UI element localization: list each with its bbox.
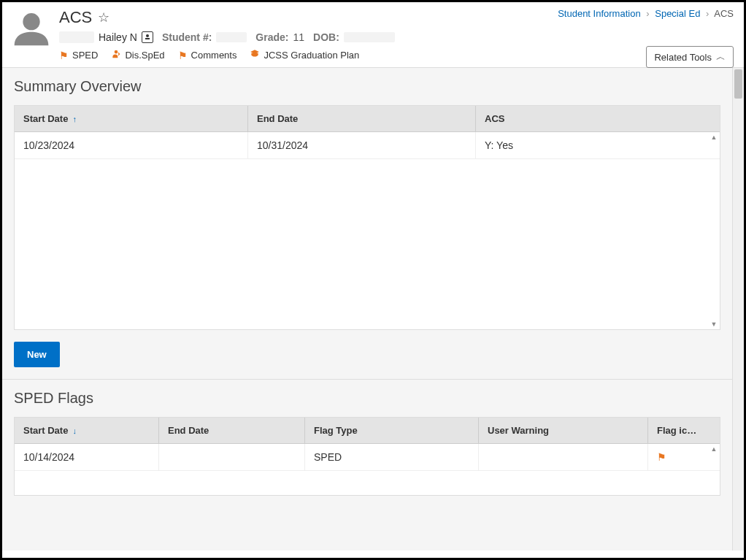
- main-scrollbar[interactable]: [732, 68, 744, 551]
- breadcrumb: Student Information › Special Ed › ACS: [558, 8, 734, 19]
- breadcrumb-current: ACS: [714, 8, 734, 19]
- svg-point-1: [146, 34, 149, 37]
- sort-descending-icon: ↓: [72, 426, 77, 435]
- table-row[interactable]: 10/23/2024 10/31/2024 Y: Yes: [15, 132, 720, 159]
- new-button[interactable]: New: [14, 342, 60, 367]
- scroll-down-icon[interactable]: ▼: [710, 321, 718, 328]
- col-end-date[interactable]: End Date: [159, 418, 305, 443]
- content-area: Summary Overview Start Date ↑ End Date A…: [2, 68, 744, 551]
- cell-acs: Y: Yes: [476, 132, 720, 158]
- col-flag-type-label: Flag Type: [314, 425, 358, 436]
- student-name: Hailey N: [99, 31, 137, 43]
- chevron-up-icon: ︿: [716, 50, 726, 64]
- cell-end-date: 10/31/2024: [248, 132, 476, 158]
- related-tools-label: Related Tools: [654, 52, 712, 63]
- svg-rect-2: [145, 38, 150, 39]
- flag-dis-sped[interactable]: Dis.SpEd: [111, 49, 164, 61]
- favorite-star-icon[interactable]: ☆: [98, 9, 109, 26]
- col-start-date[interactable]: Start Date ↓: [15, 418, 159, 443]
- col-user-warning-label: User Warning: [488, 425, 549, 436]
- table-row[interactable]: 10/14/2024 SPED ⚑: [15, 444, 720, 471]
- flag-grad-plan-label: JCSS Graduation Plan: [264, 50, 359, 61]
- cell-end-date: [159, 444, 305, 470]
- col-flag-icon-label: Flag ic…: [657, 425, 696, 436]
- related-tools-button[interactable]: Related Tools ︿: [646, 46, 734, 68]
- summary-overview-header: Summary Overview: [2, 68, 732, 105]
- flag-comments[interactable]: ⚑ Comments: [178, 50, 237, 61]
- summary-table-header: Start Date ↑ End Date ACS: [15, 106, 720, 132]
- chevron-right-icon: ›: [646, 8, 649, 19]
- sped-table-header: Start Date ↓ End Date Flag Type User War…: [15, 418, 720, 444]
- col-start-date-label: Start Date: [23, 113, 68, 124]
- grade-value: 11: [293, 31, 304, 43]
- flag-sped[interactable]: ⚑ SPED: [59, 50, 98, 61]
- flag-dis-sped-label: Dis.SpEd: [125, 50, 164, 61]
- avatar: [11, 8, 52, 49]
- page-title: ACS: [59, 8, 92, 27]
- id-card-icon[interactable]: [142, 31, 153, 43]
- dob-redacted: [344, 32, 395, 42]
- svg-point-3: [115, 50, 118, 54]
- page-header: ACS ☆ Hailey N Student #: Grade: 11 DOB:…: [2, 2, 744, 67]
- dob-label: DOB:: [313, 31, 339, 43]
- sped-flags-header: SPED Flags: [2, 380, 732, 417]
- col-flag-type[interactable]: Flag Type: [305, 418, 479, 443]
- sped-flags-table: Start Date ↓ End Date Flag Type User War…: [14, 417, 720, 496]
- col-acs[interactable]: ACS: [476, 106, 720, 131]
- svg-point-0: [23, 13, 39, 30]
- summary-table: Start Date ↑ End Date ACS 10/23/2024 10/…: [14, 105, 720, 330]
- student-number-label: Student #:: [162, 31, 212, 43]
- cell-flag-type: SPED: [305, 444, 479, 470]
- student-info-row: Hailey N Student #: Grade: 11 DOB:: [59, 31, 735, 43]
- cell-user-warning: [479, 444, 648, 470]
- col-end-date-label: End Date: [257, 113, 298, 124]
- col-acs-label: ACS: [485, 113, 504, 124]
- scroll-up-icon[interactable]: ▲: [710, 445, 718, 453]
- flags-row: ⚑ SPED Dis.SpEd ⚑ Comments JCSS Graduati…: [59, 49, 735, 67]
- col-user-warning[interactable]: User Warning: [479, 418, 648, 443]
- flag-sped-label: SPED: [72, 50, 98, 61]
- student-firstname-redacted: [59, 31, 94, 43]
- summary-table-body: 10/23/2024 10/31/2024 Y: Yes ▲ ▼: [15, 132, 720, 329]
- summary-button-bar: New: [2, 330, 732, 379]
- col-end-date-label: End Date: [168, 425, 209, 436]
- col-start-date[interactable]: Start Date ↑: [15, 106, 248, 131]
- student-number-redacted: [216, 32, 247, 42]
- col-start-date-label: Start Date: [23, 425, 68, 436]
- col-flag-icon[interactable]: Flag ic…: [648, 418, 720, 443]
- graduation-icon: [250, 49, 260, 61]
- scroll-up-icon[interactable]: ▲: [710, 134, 718, 141]
- chevron-right-icon: ›: [706, 8, 709, 19]
- col-end-date[interactable]: End Date: [248, 106, 476, 131]
- cell-start-date: 10/23/2024: [15, 132, 248, 158]
- sort-ascending-icon: ↑: [72, 115, 77, 123]
- breadcrumb-special-ed[interactable]: Special Ed: [655, 8, 700, 19]
- flag-grad-plan[interactable]: JCSS Graduation Plan: [250, 49, 359, 61]
- breadcrumb-student-info[interactable]: Student Information: [558, 8, 640, 19]
- flag-icon: ⚑: [59, 50, 69, 61]
- flag-icon: ⚑: [178, 50, 188, 61]
- cell-start-date: 10/14/2024: [15, 444, 159, 470]
- grade-label: Grade:: [255, 31, 288, 43]
- flag-icon: ⚑: [657, 451, 666, 463]
- scrollbar-thumb[interactable]: [734, 69, 742, 99]
- person-icon: [111, 49, 121, 61]
- sped-table-body: 10/14/2024 SPED ⚑ ▲: [15, 444, 720, 495]
- flag-comments-label: Comments: [191, 50, 237, 61]
